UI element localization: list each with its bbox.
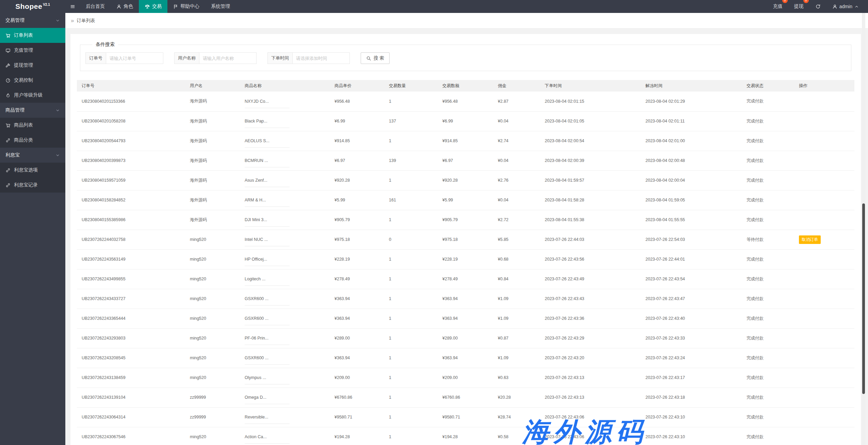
cell-text: 2023-08-04 02:00:48 — [645, 158, 685, 163]
cell-status: 完成付款 — [742, 151, 794, 170]
cell-commission: ¥2.74 — [493, 131, 540, 151]
cell-text: 完成付款 — [747, 277, 764, 281]
cell-operation — [794, 289, 854, 309]
sidebar-item-商品列表[interactable]: 商品列表 — [0, 118, 65, 133]
cell-product-name[interactable]: Asus Zenf... — [240, 170, 330, 190]
cell-product-name[interactable]: GSXR600 ... — [240, 289, 330, 309]
search-input-下单时间[interactable] — [293, 52, 350, 64]
cell-text: Intel NUC ... — [245, 237, 268, 242]
cancel-order-button[interactable]: 取消订单 — [799, 235, 821, 244]
nav-item-系统管理[interactable]: 系统管理 — [205, 0, 236, 13]
cell-product-name[interactable]: BCMRUN ... — [240, 151, 330, 170]
cell-order-time: 2023-07-26 22:43:56 — [540, 249, 641, 269]
cell-product-name[interactable]: Olympus ... — [240, 368, 330, 388]
cell-username: zz99999 — [185, 388, 240, 407]
sidebar-item-订单列表[interactable]: 订单列表 — [0, 28, 65, 43]
cell-unit-price: ¥914.85 — [330, 131, 384, 151]
cell-text: ¥0.84 — [498, 277, 508, 281]
cell-text: 1 — [389, 434, 391, 439]
cell-unfreeze-time: 2023-07-26 22:43:33 — [641, 328, 742, 348]
cell-text: ming520 — [190, 356, 206, 360]
column-header-status: 交易状态 — [742, 80, 794, 92]
admin-app: Shopee V2.1 后台首页角色交易帮助中心系统管理 充值 0 提现 0 a… — [0, 0, 868, 445]
sidebar-item-商品分类[interactable]: 商品分类 — [0, 133, 65, 148]
link-icon — [5, 183, 11, 188]
cell-text: ming520 — [190, 277, 206, 281]
sidebar-group-商品管理[interactable]: 商品管理 — [0, 103, 65, 118]
cell-text: ¥2.76 — [498, 178, 508, 183]
sidebar-item-利息宝记录[interactable]: 利息宝记录 — [0, 178, 65, 193]
cell-product-name[interactable]: HP Officej... — [240, 249, 330, 269]
sidebar-group-交易管理[interactable]: 交易管理 — [0, 13, 65, 28]
cell-unfreeze-time: 2023-07-26 22:43:10 — [641, 407, 742, 427]
sidebar-item-用户等级升级[interactable]: 用户等级升级 — [0, 88, 65, 103]
cell-amount: ¥6760.86 — [438, 388, 493, 407]
table-row: UB2307262243138459ming520Olympus ...¥209… — [77, 368, 854, 388]
cell-unfreeze-time: 2023-08-04 02:01:29 — [641, 92, 742, 111]
cell-commission: ¥1.09 — [493, 348, 540, 368]
cell-product-name[interactable]: Intel NUC ... — [240, 230, 330, 249]
cell-text: 海外源码 — [190, 217, 207, 222]
sidebar-group-label: 商品管理 — [5, 107, 24, 113]
cell-status: 完成付款 — [742, 131, 794, 151]
cell-product-name[interactable]: Omega D... — [240, 388, 330, 407]
cell-quantity: 1 — [384, 269, 438, 289]
search-input-用户名称[interactable] — [199, 52, 257, 64]
cell-text: 2023-07-26 22:43:54 — [645, 277, 685, 281]
cell-text: 1 — [389, 296, 391, 301]
user-menu[interactable]: admin — [826, 0, 865, 13]
cell-username: 海外源码 — [185, 151, 240, 170]
cell-text: 2023-07-26 22:43:56 — [545, 257, 584, 262]
logo[interactable]: Shopee V2.1 — [0, 0, 65, 13]
sidebar-item-充值管理[interactable]: 充值管理 — [0, 43, 65, 58]
cell-unit-price: ¥9580.71 — [330, 407, 384, 427]
withdraw-nav-button[interactable]: 提现 0 — [788, 0, 809, 13]
sidebar-item-利息宝选项[interactable]: 利息宝选项 — [0, 163, 65, 178]
cell-text: 2023-08-04 02:01:05 — [545, 119, 584, 123]
cell-product-name[interactable]: AEOLUS S... — [240, 131, 330, 151]
cell-product-name[interactable]: DJI Mini 3... — [240, 210, 330, 230]
scrollbar-thumb[interactable] — [862, 203, 865, 394]
nav-item-交易[interactable]: 交易 — [139, 0, 167, 13]
sidebar-item-提现管理[interactable]: 提现管理 — [0, 58, 65, 73]
collapse-menu-button[interactable] — [65, 0, 80, 13]
nav-item-后台首页[interactable]: 后台首页 — [80, 0, 111, 13]
column-header-quantity: 交易数量 — [384, 80, 438, 92]
sidebar-item-交易控制[interactable]: 交易控制 — [0, 73, 65, 88]
cell-product-name[interactable]: Action Ca... — [240, 427, 330, 445]
refresh-button[interactable] — [809, 0, 826, 13]
cell-text: 2023-08-04 02:01:29 — [645, 99, 685, 104]
search-legend: 条件搜索 — [92, 42, 118, 48]
cell-text: ¥228.19 — [334, 257, 350, 262]
cell-product-name[interactable]: Reversible... — [240, 407, 330, 427]
cell-product-name[interactable]: NXYJD Co... — [240, 92, 330, 111]
cell-product-name[interactable]: ARM & H... — [240, 190, 330, 210]
cell-text: 完成付款 — [747, 356, 764, 360]
product-tip-underline — [245, 443, 290, 444]
cell-product-name[interactable]: GSXR600 ... — [240, 348, 330, 368]
cell-product-name[interactable]: GSXR600 ... — [240, 309, 330, 328]
vertical-scrollbar[interactable] — [862, 13, 865, 445]
recharge-nav-button[interactable]: 充值 0 — [767, 0, 788, 13]
cell-text: ARM & H... — [245, 198, 266, 202]
cell-product-name[interactable]: PF-06 Prin... — [240, 328, 330, 348]
cell-text: UB2308040158284852 — [82, 198, 126, 202]
search-input-订单号[interactable] — [106, 52, 163, 64]
cell-product-name[interactable]: Logitech ... — [240, 269, 330, 289]
nav-item-角色[interactable]: 角色 — [111, 0, 139, 13]
sidebar-group-利息宝[interactable]: 利息宝 — [0, 148, 65, 163]
cell-product-name[interactable]: Black Pap... — [240, 111, 330, 131]
cell-unit-price: ¥209.00 — [330, 368, 384, 388]
cell-text: 等待付款 — [747, 237, 764, 242]
search-button[interactable]: 搜 索 — [361, 52, 390, 64]
cell-commission: ¥0.63 — [493, 368, 540, 388]
cell-order-no: UB2308040200544793 — [77, 131, 185, 151]
cell-amount: ¥363.94 — [438, 309, 493, 328]
cell-text: 完成付款 — [747, 158, 764, 163]
cell-text: 1 — [389, 277, 391, 281]
cell-commission: ¥5.85 — [493, 230, 540, 249]
sidebar-item-label: 提现管理 — [14, 62, 33, 68]
cell-text: ming520 — [190, 296, 206, 301]
nav-item-帮助中心[interactable]: 帮助中心 — [167, 0, 205, 13]
cell-quantity: 1 — [384, 309, 438, 328]
